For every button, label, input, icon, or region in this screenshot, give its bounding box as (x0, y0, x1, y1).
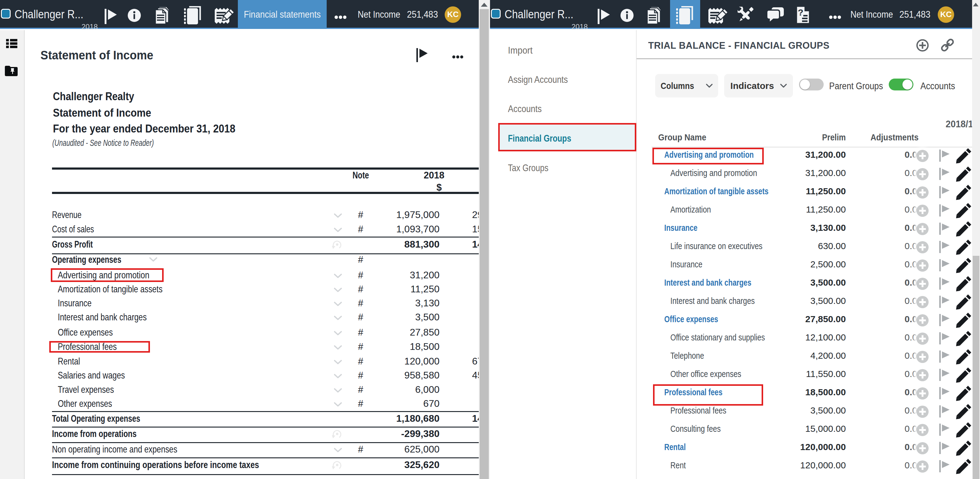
svg-text:?: ? (798, 7, 803, 18)
